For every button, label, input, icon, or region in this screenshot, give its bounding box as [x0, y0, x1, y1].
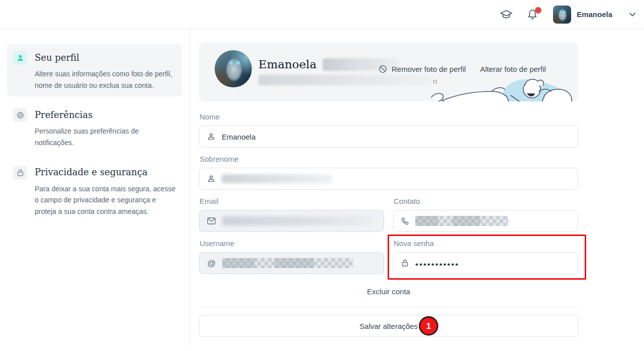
sidebar-item-title: Privacidade e segurança	[35, 167, 176, 177]
form-row-email-contato: Email Contato	[199, 190, 578, 232]
redacted-email-value	[222, 216, 373, 225]
chevron-down-icon[interactable]	[628, 10, 637, 19]
slash-circle-icon	[379, 65, 387, 73]
redacted-contato-value	[415, 216, 508, 226]
field-label: Sobrenome	[200, 155, 578, 163]
footer-divider	[199, 307, 578, 307]
field-label: Nova senha	[394, 239, 578, 248]
sidebar-item-preferencias[interactable]: Preferências Personalize suas preferênci…	[7, 101, 182, 154]
graduation-cap-icon[interactable]	[500, 9, 513, 21]
bell-icon[interactable]	[527, 9, 538, 21]
redacted-username-value	[222, 258, 353, 268]
topbar-user-name[interactable]: Emanoela	[577, 10, 612, 19]
nova-senha-value: •••••••••••	[415, 258, 459, 269]
profile-settings-panel: Emanoela n Remover foto de perfil Altera…	[199, 29, 578, 337]
save-button-label: Salvar alterações	[359, 322, 418, 330]
topbar: Emanoela	[0, 0, 644, 29]
redacted-email	[258, 75, 432, 85]
sidebar-item-title: Seu perfil	[35, 52, 176, 63]
username-input: @	[199, 252, 384, 274]
user-icon	[207, 175, 215, 183]
nome-input[interactable]: Emanoela	[199, 126, 578, 148]
save-button[interactable]: Salvar alterações 1	[199, 315, 578, 337]
field-nome: Nome Emanoela	[199, 112, 578, 148]
sidebar-item-description: Altere suas informações como foto de per…	[35, 68, 176, 91]
profile-email-tail: n	[433, 77, 437, 85]
field-contato: Contato	[393, 190, 578, 232]
field-label: Username	[200, 239, 384, 248]
lock-icon	[401, 259, 409, 267]
nova-senha-input[interactable]: •••••••••••	[393, 252, 578, 274]
remove-photo-button[interactable]: Remover foto de perfil	[379, 65, 466, 73]
nome-value: Emanoela	[222, 133, 256, 141]
user-icon	[13, 51, 27, 65]
contato-input[interactable]	[393, 210, 578, 232]
profile-email-row: n	[258, 75, 437, 85]
profile-name-row: Emanoela	[258, 58, 398, 71]
form-row-username-senha: Username @ Nova senha •••••••••••	[199, 232, 578, 274]
settings-sidebar: Seu perfil Altere suas informações como …	[0, 29, 191, 348]
profile-avatar	[215, 50, 252, 87]
sidebar-item-seu-perfil[interactable]: Seu perfil Altere suas informações como …	[7, 44, 182, 96]
sobrenome-input[interactable]	[199, 168, 578, 190]
field-label: Contato	[394, 197, 578, 205]
email-input	[199, 210, 384, 232]
sidebar-item-privacidade[interactable]: Privacidade e segurança Para deixar a su…	[7, 159, 182, 223]
notification-dot	[535, 7, 541, 14]
user-icon	[207, 133, 215, 141]
field-username: Username @	[199, 232, 384, 274]
remove-photo-label: Remover foto de perfil	[392, 65, 466, 73]
sidebar-item-description: Para deixar a sua conta mais segura, ace…	[35, 183, 176, 217]
phone-icon	[401, 217, 409, 225]
envelope-icon	[207, 217, 216, 224]
field-label: Email	[200, 197, 384, 205]
field-label: Nome	[200, 112, 578, 121]
relaxing-person-illustration	[427, 74, 578, 101]
step-annotation-badge: 1	[419, 317, 438, 335]
change-photo-button[interactable]: Alterar foto de perfil	[480, 65, 546, 73]
lock-icon	[13, 166, 27, 180]
field-sobrenome: Sobrenome	[199, 155, 578, 190]
gear-icon	[13, 108, 27, 122]
field-nova-senha: Nova senha •••••••••••	[393, 232, 578, 274]
field-email: Email	[199, 190, 384, 232]
change-photo-label: Alterar foto de perfil	[480, 65, 546, 73]
profile-header-card: Emanoela n Remover foto de perfil Altera…	[199, 43, 578, 101]
avatar[interactable]	[553, 6, 571, 24]
sidebar-item-title: Preferências	[35, 109, 176, 120]
redacted-sobrenome-value	[222, 174, 332, 183]
delete-account-link[interactable]: Excluir conta	[199, 287, 578, 296]
profile-display-name: Emanoela	[258, 58, 317, 71]
sidebar-item-description: Personalize suas preferências de notific…	[35, 126, 176, 148]
at-icon: @	[207, 259, 216, 268]
